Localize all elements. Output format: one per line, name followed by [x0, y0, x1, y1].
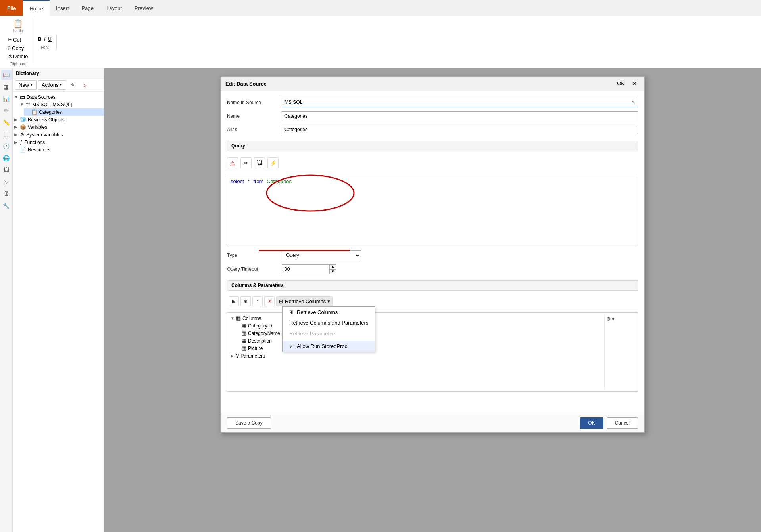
paste-button[interactable]: 📋 Paste [10, 17, 26, 34]
sidebar-icon-layers[interactable]: ◫ [1, 129, 12, 140]
tab-page[interactable]: Page [75, 0, 100, 16]
tree-item-functions[interactable]: ▶ ƒ Functions [13, 138, 104, 146]
copy-button[interactable]: ⎘ Copy [6, 44, 30, 52]
retrieve-columns-dropdown: ⊞ Retrieve Columns Retrieve Columns and … [282, 306, 375, 352]
ok-button[interactable]: OK [580, 417, 603, 429]
expand-description-icon [236, 339, 242, 343]
warning-tool-button[interactable]: ⚠ [227, 157, 238, 168]
expand-categories-icon [25, 110, 31, 114]
modal-overlay: Edit Data Source OK ✕ Name in Source ✎ [104, 68, 761, 532]
sidebar-icon-ruler[interactable]: 📏 [1, 117, 12, 128]
delete-button[interactable]: ✕ Delete [6, 53, 30, 60]
image-tool-button[interactable]: 🖼 [254, 157, 265, 168]
file-tab[interactable]: File [0, 0, 23, 16]
tree-item-variables[interactable]: ▶ 📦 Variables [13, 123, 104, 131]
spinner-up-button[interactable]: ▲ [329, 264, 336, 269]
cancel-button[interactable]: Cancel [607, 417, 638, 429]
actions-button[interactable]: Actions ▼ [38, 80, 66, 90]
cut-button[interactable]: ✂ Cut [6, 36, 30, 44]
new-label: New [19, 82, 29, 88]
resources-label: Resources [28, 147, 50, 153]
tab-preview[interactable]: Preview [128, 0, 159, 16]
functions-icon: ƒ [20, 139, 23, 145]
add-column-button[interactable]: ⊞ [229, 296, 239, 306]
retrieve-columns-arrow-icon: ▾ [327, 299, 330, 304]
business-objects-icon: 🧊 [20, 117, 26, 122]
sidebar-icon-image2[interactable]: 🖻 [1, 189, 12, 199]
underline-button[interactable]: U [48, 36, 52, 42]
add-param-button[interactable]: ⊕ [240, 296, 251, 306]
functions-label: Functions [24, 140, 45, 145]
name-input[interactable] [282, 111, 638, 121]
columns-node-label: Columns [242, 316, 261, 321]
sidebar-icon-globe[interactable]: 🌐 [1, 153, 12, 163]
tree-item-ms-sql[interactable]: ▼ 🗃 MS SQL [MS SQL] [18, 101, 104, 108]
navigate-icon-button[interactable]: ▷ [80, 81, 90, 89]
save-copy-button[interactable]: Save a Copy [227, 417, 271, 429]
ribbon-group-clipboard: 📋 Paste ✂ Cut ⎘ Copy ✕ Delete Clipboard [3, 17, 33, 66]
category-id-label: CategoryID [248, 323, 272, 329]
paste-icon: 📋 [13, 19, 23, 29]
description-label: Description [248, 338, 272, 344]
edit-tool-button[interactable]: ✏ [240, 157, 252, 168]
new-button[interactable]: New ▼ [15, 80, 37, 90]
tab-home[interactable]: Home [23, 0, 50, 16]
retrieve-columns-menu-label: Retrieve Columns [297, 309, 338, 315]
tab-layout[interactable]: Layout [100, 0, 128, 16]
move-up-button[interactable]: ↑ [252, 296, 263, 306]
content-area: Edit Data Source OK ✕ Name in Source ✎ [104, 68, 761, 532]
sidebar-icon-clock[interactable]: 🕐 [1, 141, 12, 151]
gear-button[interactable]: ⚙ ▾ [606, 316, 615, 322]
system-variables-label: System Variables [26, 132, 63, 138]
ms-sql-children: 📋 Categories [24, 108, 104, 116]
edit-icon-button[interactable]: ✎ [68, 81, 78, 89]
retrieve-columns-icon: ⊞ [279, 299, 283, 304]
name-in-source-row: Name in Source ✎ [227, 98, 638, 107]
delete-icon: ✕ [8, 54, 12, 59]
sidebar-icon-grid[interactable]: ▦ [1, 82, 12, 92]
spinner-down-button[interactable]: ▼ [329, 269, 336, 274]
type-select[interactable]: Query [282, 250, 361, 260]
sidebar-icon-dictionary[interactable]: 📖 [1, 70, 12, 80]
close-button[interactable]: ✕ [630, 80, 640, 88]
type-row: Type Query [227, 250, 638, 260]
retrieve-parameters-label: Retrieve Parameters [289, 331, 336, 337]
tree-item-system-variables[interactable]: ▶ ⚙ System Variables [13, 131, 104, 138]
expand-variables-icon: ▶ [14, 125, 20, 129]
pencil-icon[interactable]: ✎ [629, 98, 638, 107]
expand-system-variables-icon: ▶ [14, 132, 20, 137]
sidebar-icon-image[interactable]: 🖼 [1, 165, 12, 175]
sidebar-icon-chart[interactable]: 📊 [1, 94, 12, 104]
bold-button[interactable]: B [38, 36, 42, 42]
sidebar-icon-tools[interactable]: 🔧 [1, 201, 12, 211]
variables-icon: 📦 [20, 124, 26, 130]
sidebar-icon-pencil[interactable]: ✏ [1, 105, 12, 116]
delete-label: Delete [13, 54, 28, 59]
italic-button[interactable]: I [44, 36, 46, 42]
bolt-tool-button[interactable]: ⚡ [267, 157, 279, 168]
tree-item-data-sources[interactable]: ▼ 🗃 Data Sources [13, 93, 104, 101]
tree-item-categories[interactable]: 📋 Categories [24, 108, 104, 116]
help-button[interactable]: OK [615, 80, 627, 88]
retrieve-columns-button[interactable]: ⊞ Retrieve Columns ▾ [276, 296, 333, 306]
query-timeout-input[interactable] [282, 264, 329, 274]
dict-toolbar: New ▼ Actions ▼ ✎ ▷ [13, 79, 104, 92]
sidebar-icon-video[interactable]: ▷ [1, 177, 12, 187]
query-editor[interactable]: select * from Categories [227, 175, 638, 246]
dropdown-item-retrieve-columns-params[interactable]: Retrieve Columns and Parameters [283, 318, 375, 328]
tree-item-resources[interactable]: 📄 Resources [13, 146, 104, 153]
tree-item-business-objects[interactable]: ▶ 🧊 Business Objects [13, 116, 104, 123]
alias-input[interactable] [282, 125, 638, 134]
expand-category-name-icon [236, 331, 242, 335]
dropdown-item-retrieve-columns[interactable]: ⊞ Retrieve Columns [283, 307, 375, 318]
remove-column-button[interactable]: ✕ [264, 296, 275, 306]
tree-item-parameters[interactable]: ▶ ? Parameters [229, 352, 604, 360]
tree-view: ▼ 🗃 Data Sources ▼ 🗃 MS SQL [MS SQL] 📋 C… [13, 92, 104, 532]
dialog-body: Name in Source ✎ Name Alias [221, 91, 644, 413]
column-actions-panel: ⚙ ▾ [604, 314, 636, 390]
name-in-source-input[interactable] [282, 98, 629, 107]
expand-category-id-icon [236, 323, 242, 328]
data-sources-icon: 🗃 [20, 94, 25, 100]
tab-insert[interactable]: Insert [50, 0, 75, 16]
dropdown-item-allow-run-stored-proc[interactable]: ✓ Allow Run StoredProc [283, 341, 375, 352]
